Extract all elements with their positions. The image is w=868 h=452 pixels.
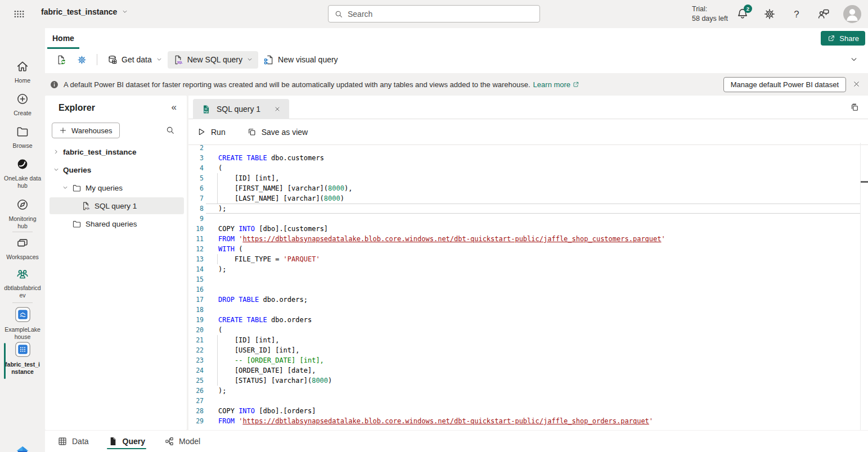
run-label: Run	[211, 128, 226, 137]
new-item-refresh-button[interactable]	[51, 51, 71, 69]
chevron-down-icon[interactable]	[53, 166, 63, 174]
code-text: (	[218, 164, 222, 172]
rail-item-dbtlabsfabricdev[interactable]: dbtlabsfabricdev	[0, 267, 45, 299]
code-line-13[interactable]: 13 FILE_TYPE = 'PARQUET'	[188, 254, 860, 264]
rail-item-label: Monitoring hub	[4, 215, 41, 230]
help-icon[interactable]: ?	[790, 7, 803, 21]
code-line-3[interactable]: 3CREATE TABLE dbo.customers	[188, 153, 860, 163]
sql-code-editor[interactable]: 23CREATE TABLE dbo.customers4(5 [ID] [in…	[188, 143, 860, 430]
rail-item-data-warehouse[interactable]: Data Warehouse	[0, 444, 45, 452]
banner-close-icon[interactable]	[852, 80, 861, 88]
view-tab-data[interactable]: Data	[56, 431, 90, 452]
settings-gear-icon[interactable]	[763, 7, 776, 21]
code-line-19[interactable]: 19CREATE TABLE dbo.orders	[188, 315, 860, 325]
copy-icon[interactable]	[850, 103, 860, 112]
learn-more-link[interactable]: Learn more	[533, 80, 579, 89]
line-number: 12	[188, 245, 204, 253]
rail-item-monitoring-hub[interactable]: Monitoring hub	[0, 198, 45, 230]
chevron-down-icon	[156, 56, 163, 63]
tab-sql-query-1[interactable]: SQL SQL query 1	[193, 99, 289, 119]
line-number: 25	[188, 377, 204, 385]
rail-item-workspaces[interactable]: Workspaces	[0, 236, 45, 261]
code-line-10[interactable]: 10COPY INTO [dbo].[customers]	[188, 224, 860, 234]
code-line-4[interactable]: 4(	[188, 163, 860, 173]
external-link-icon	[572, 81, 579, 88]
chevron-down-icon[interactable]	[62, 184, 72, 192]
code-line-24[interactable]: 24 [ORDER_DATE] [date],	[188, 365, 860, 376]
code-line-5[interactable]: 5 [ID] [int],	[188, 173, 860, 183]
code-text: FROM 'https://dbtlabsynapsedatalake.blob…	[218, 235, 665, 243]
tree-item-my-queries[interactable]: My queries	[45, 179, 187, 197]
code-text: DROP TABLE dbo.orders;	[218, 296, 308, 304]
tree-item-queries[interactable]: Queries	[45, 161, 187, 179]
code-line-16[interactable]: 16	[188, 284, 860, 295]
view-tab-model[interactable]: Model	[163, 431, 201, 452]
ribbon-collapse-chevron-icon[interactable]	[849, 55, 858, 64]
share-button[interactable]: Share	[821, 31, 865, 46]
code-line-20[interactable]: 20(	[188, 325, 860, 335]
manage-default-dataset-button[interactable]: Manage default Power BI dataset	[723, 77, 846, 92]
code-line-7[interactable]: 7 [LAST_NAME] [varchar](8000)	[188, 193, 860, 204]
info-banner: A default Power BI dataset for faster re…	[45, 73, 868, 96]
add-warehouses-button[interactable]: Warehouses	[52, 123, 120, 138]
warehouse-settings-button[interactable]	[71, 51, 92, 69]
code-line-2[interactable]: 2	[188, 143, 860, 153]
code-line-9[interactable]: 9	[188, 214, 860, 224]
code-line-23[interactable]: 23 -- [ORDER_DATE] [int],	[188, 355, 860, 365]
line-number: 17	[188, 296, 204, 304]
code-line-26[interactable]: 26);	[188, 386, 860, 396]
new-sql-query-button[interactable]: SQL New SQL query	[168, 51, 258, 69]
code-line-15[interactable]: 15	[188, 274, 860, 284]
code-text: );	[218, 387, 226, 395]
code-line-29[interactable]: 29FROM 'https://dbtlabsynapsedatalake.bl…	[188, 416, 860, 426]
code-line-25[interactable]: 25 [STATUS] [varchar](8000)	[188, 376, 860, 386]
code-line-11[interactable]: 11FROM 'https://dbtlabsynapsedatalake.bl…	[188, 234, 860, 244]
chevron-right-icon[interactable]	[53, 148, 63, 156]
workspace-switcher[interactable]: fabric_test_instance	[41, 7, 128, 16]
code-line-14[interactable]: 14);	[188, 264, 860, 274]
account-avatar[interactable]	[843, 5, 861, 23]
indent-guide	[217, 183, 218, 193]
workspaces-icon	[16, 236, 29, 250]
rail-item-browse[interactable]: Browse	[0, 125, 45, 150]
code-line-28[interactable]: 28COPY INTO [dbo].[orders]	[188, 406, 860, 416]
svg-text:SQL: SQL	[204, 110, 209, 112]
code-line-18[interactable]: 18	[188, 305, 860, 315]
code-line-8[interactable]: 8);	[188, 204, 860, 214]
code-line-17[interactable]: 17DROP TABLE dbo.orders;	[188, 295, 860, 305]
code-line-27[interactable]: 27	[188, 396, 860, 406]
save-as-view-label: Save as view	[262, 128, 308, 137]
code-line-22[interactable]: 22 [USER_ID] [int],	[188, 345, 860, 355]
collapse-panel-icon[interactable]: «	[172, 102, 177, 113]
run-button[interactable]: Run	[196, 127, 226, 137]
tree-item-shared-queries[interactable]: Shared queries	[45, 215, 187, 233]
save-as-view-button[interactable]: Save as view	[247, 127, 308, 137]
tab-home[interactable]: Home	[47, 30, 79, 49]
rail-item-home[interactable]: Home	[0, 60, 45, 84]
rail-item-fabric-test-instance[interactable]: fabric_test_instance	[0, 342, 45, 376]
app-launcher-icon[interactable]	[14, 8, 25, 20]
new-visual-query-button[interactable]: New visual query	[258, 51, 343, 69]
line-number: 9	[188, 215, 204, 223]
rail-item-examplelakehouse[interactable]: ExampleLakehouse	[0, 307, 45, 341]
trial-status: Trial: 58 days left	[692, 4, 728, 24]
code-text: [STATUS] [varchar](8000)	[218, 377, 332, 385]
view-tab-query[interactable]: Query	[107, 431, 146, 452]
tree-item-sql-query-1[interactable]: SQLSQL query 1	[45, 197, 187, 215]
tree-item-fabric-test-instance[interactable]: fabric_test_instance	[45, 143, 187, 161]
trial-label: Trial:	[692, 4, 728, 14]
get-data-button[interactable]: Get data	[102, 51, 168, 69]
rail-item-onelake-data-hub[interactable]: OneLake data hub	[0, 157, 45, 189]
rail-item-create[interactable]: Create	[0, 92, 45, 117]
search-input[interactable]	[348, 10, 534, 19]
tab-close-icon[interactable]	[274, 106, 281, 112]
explorer-search-icon[interactable]	[165, 125, 175, 135]
code-line-21[interactable]: 21 [ID] [int],	[188, 335, 860, 345]
line-number: 19	[188, 316, 204, 324]
feedback-icon[interactable]	[817, 7, 830, 21]
editor-scrollbar[interactable]	[860, 143, 868, 430]
folder-icon	[72, 183, 82, 193]
code-line-6[interactable]: 6 [FIRST_NAME] [varchar](8000),	[188, 183, 860, 193]
global-search-box[interactable]	[328, 5, 540, 22]
code-line-12[interactable]: 12WITH (	[188, 244, 860, 254]
